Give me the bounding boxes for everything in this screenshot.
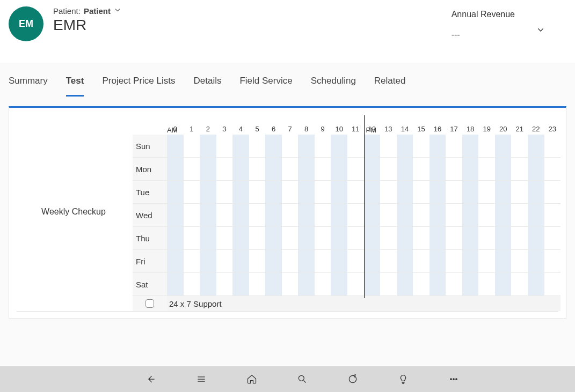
cell-tue-10[interactable]	[331, 181, 347, 203]
cell-fri-23[interactable]	[544, 250, 561, 272]
menu-button[interactable]	[195, 373, 207, 385]
cell-fri-3[interactable]	[216, 250, 233, 272]
cell-tue-3[interactable]	[216, 181, 233, 203]
cell-wed-12[interactable]	[364, 204, 381, 226]
cell-thu-10[interactable]	[331, 227, 347, 249]
cell-sat-16[interactable]	[430, 273, 446, 295]
cell-fri-8[interactable]	[298, 250, 315, 272]
cell-fri-7[interactable]	[282, 250, 299, 272]
cell-fri-5[interactable]	[249, 250, 266, 272]
tab-test[interactable]: Test	[66, 76, 84, 97]
cell-tue-18[interactable]	[462, 181, 479, 203]
cell-sun-16[interactable]	[430, 135, 446, 157]
cell-sun-22[interactable]	[528, 135, 544, 157]
cell-sun-4[interactable]	[232, 135, 249, 157]
cell-wed-8[interactable]	[298, 204, 315, 226]
cell-wed-3[interactable]	[216, 204, 233, 226]
cell-mon-17[interactable]	[446, 158, 462, 180]
cell-sat-22[interactable]	[528, 273, 544, 295]
cell-tue-7[interactable]	[282, 181, 299, 203]
cell-tue-23[interactable]	[544, 181, 561, 203]
cell-wed-21[interactable]	[511, 204, 528, 226]
cell-mon-16[interactable]	[430, 158, 446, 180]
cell-sun-10[interactable]	[331, 135, 347, 157]
cell-mon-4[interactable]	[232, 158, 249, 180]
cell-sat-17[interactable]	[446, 273, 462, 295]
cell-wed-10[interactable]	[331, 204, 347, 226]
breadcrumb[interactable]: Patient: Patient	[53, 6, 452, 16]
cell-sun-7[interactable]	[282, 135, 299, 157]
cell-fri-0[interactable]	[167, 250, 184, 272]
cell-sat-2[interactable]	[200, 273, 216, 295]
cell-mon-21[interactable]	[511, 158, 528, 180]
cell-sun-14[interactable]	[397, 135, 413, 157]
cell-sun-19[interactable]	[478, 135, 495, 157]
cell-fri-21[interactable]	[511, 250, 528, 272]
expand-revenue-icon[interactable]	[536, 10, 545, 36]
cell-sat-0[interactable]	[167, 273, 184, 295]
cell-wed-14[interactable]	[397, 204, 413, 226]
cell-sun-9[interactable]	[315, 135, 331, 157]
cell-thu-14[interactable]	[397, 227, 413, 249]
cell-sat-19[interactable]	[478, 273, 495, 295]
cell-tue-9[interactable]	[315, 181, 331, 203]
cell-fri-1[interactable]	[184, 250, 200, 272]
cell-tue-2[interactable]	[200, 181, 216, 203]
cell-sun-15[interactable]	[413, 135, 430, 157]
cell-tue-0[interactable]	[167, 181, 184, 203]
cell-fri-11[interactable]	[347, 250, 364, 272]
cell-mon-13[interactable]	[380, 158, 397, 180]
cell-mon-6[interactable]	[265, 158, 282, 180]
cell-thu-1[interactable]	[184, 227, 200, 249]
cell-thu-23[interactable]	[544, 227, 561, 249]
cell-tue-13[interactable]	[380, 181, 397, 203]
cell-tue-6[interactable]	[265, 181, 282, 203]
cell-thu-11[interactable]	[347, 227, 364, 249]
cell-mon-18[interactable]	[462, 158, 479, 180]
cell-fri-6[interactable]	[265, 250, 282, 272]
cell-fri-19[interactable]	[478, 250, 495, 272]
cell-sun-18[interactable]	[462, 135, 479, 157]
cell-fri-9[interactable]	[315, 250, 331, 272]
cell-thu-6[interactable]	[265, 227, 282, 249]
cell-fri-16[interactable]	[430, 250, 446, 272]
cell-sat-14[interactable]	[397, 273, 413, 295]
cell-wed-11[interactable]	[347, 204, 364, 226]
home-button[interactable]	[246, 373, 258, 385]
cell-mon-9[interactable]	[315, 158, 331, 180]
cell-wed-4[interactable]	[232, 204, 249, 226]
cell-fri-15[interactable]	[413, 250, 430, 272]
cell-sat-10[interactable]	[331, 273, 347, 295]
cell-mon-14[interactable]	[397, 158, 413, 180]
cell-thu-13[interactable]	[380, 227, 397, 249]
cell-sun-2[interactable]	[200, 135, 216, 157]
cell-wed-19[interactable]	[478, 204, 495, 226]
cell-mon-23[interactable]	[544, 158, 561, 180]
cell-thu-3[interactable]	[216, 227, 233, 249]
cell-wed-16[interactable]	[430, 204, 446, 226]
cell-fri-14[interactable]	[397, 250, 413, 272]
cell-sat-23[interactable]	[544, 273, 561, 295]
cell-tue-14[interactable]	[397, 181, 413, 203]
cell-fri-10[interactable]	[331, 250, 347, 272]
cell-fri-18[interactable]	[462, 250, 479, 272]
search-button[interactable]	[296, 373, 308, 385]
cell-tue-19[interactable]	[478, 181, 495, 203]
cell-mon-22[interactable]	[528, 158, 544, 180]
cell-sun-6[interactable]	[265, 135, 282, 157]
cell-thu-9[interactable]	[315, 227, 331, 249]
cell-sat-5[interactable]	[249, 273, 266, 295]
cell-fri-12[interactable]	[364, 250, 381, 272]
cell-tue-5[interactable]	[249, 181, 266, 203]
cell-thu-4[interactable]	[232, 227, 249, 249]
cell-tue-4[interactable]	[232, 181, 249, 203]
cell-wed-17[interactable]	[446, 204, 462, 226]
tab-project-price-lists[interactable]: Project Price Lists	[102, 76, 175, 97]
cell-thu-20[interactable]	[495, 227, 512, 249]
cell-fri-2[interactable]	[200, 250, 216, 272]
cell-mon-5[interactable]	[249, 158, 266, 180]
target-button[interactable]	[347, 373, 359, 385]
cell-fri-20[interactable]	[495, 250, 512, 272]
cell-sun-5[interactable]	[249, 135, 266, 157]
cell-tue-11[interactable]	[347, 181, 364, 203]
